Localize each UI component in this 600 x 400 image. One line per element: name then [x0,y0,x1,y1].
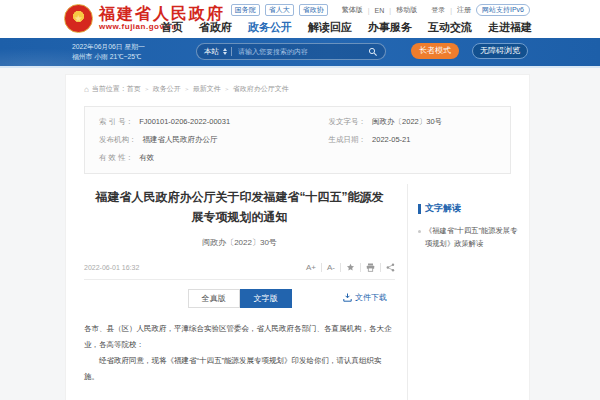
link-register[interactable]: 注册 [457,5,471,15]
site-header: ★ 福建省人民政府 www.fujian.gov.cn 国务院 省人大 省政协 … [0,0,600,38]
blue-bar-mark [418,204,421,214]
date-weather: 2022年06月06日 星期一 福州市 小雨 21℃~25℃ [72,42,145,64]
home-icon: ⌂ [84,85,89,94]
top-blue-bar: 2022年06月06日 星期一 福州市 小雨 21℃~25℃ 本站 长者模式 无… [0,38,600,66]
document-meta-table: 索 引 号：FJ00101-0206-2022-00031 发文字号：闽政办〔2… [84,106,511,174]
bullet-dot-icon [418,230,421,233]
link-provincial-congress[interactable]: 省人大 [265,4,294,16]
current-date: 2022年06月06日 星期一 [72,42,145,53]
breadcrumb-latest-docs[interactable]: 最新文件 [181,84,221,94]
nav-home[interactable]: 首页 [161,20,183,35]
font-larger-button[interactable]: A+ [301,263,322,272]
link-provincial-cppcc[interactable]: 省政协 [299,4,328,16]
breadcrumb-office-docs[interactable]: 省政府办公厅文件 [221,84,289,94]
link-state-council[interactable]: 国务院 [231,4,260,16]
breadcrumb-prefix: 当前位置： [92,84,127,94]
search-input[interactable] [236,47,364,56]
search-box[interactable]: 本站 [196,43,386,60]
interpretation-link[interactable]: 《福建省“十四五”能源发展专项规划》政策解读 [418,225,521,251]
accessibility-button[interactable]: 无障碍浏览 [472,43,528,59]
favorite-icon[interactable] [341,263,361,272]
breadcrumb-disclosure[interactable]: 政务公开 [141,84,181,94]
tab-text-version[interactable]: 文字版 [240,289,292,308]
link-traditional-chinese[interactable]: 繁体版 [342,5,363,15]
link-english[interactable]: EN [375,7,385,14]
nav-provincial-gov[interactable]: 省政府 [199,20,232,35]
breadcrumb-home[interactable]: 首页 [127,84,141,94]
paragraph: 各市、县（区）人民政府，平潭综合实验区管委会，省人民政府各部门、各直属机构，各大… [84,321,395,353]
content-card: ⌂ 当前位置： 首页 政务公开 最新文件 省政府办公厅文件 索 引 号：FJ00… [65,74,530,400]
meta-issue-date: 生成日期：2022-05-21 [329,135,496,145]
weather-info: 福州市 小雨 21℃~25℃ [72,52,145,63]
article-toolbar: 2022-06-01 16:32 A+ A- [84,263,395,280]
header-utility-links: 国务院 省人大 省政协 繁体版 | EN | 移动版 登录 | 注册 网站支持I… [231,4,530,16]
nav-interaction[interactable]: 互动交流 [428,20,472,35]
publish-time: 2022-06-01 16:32 [84,264,139,271]
sidebar-header: 文字解读 [418,202,521,215]
link-mobile[interactable]: 移动版 [396,5,417,15]
interpretation-sidebar: 文字解读 《福建省“十四五”能源发展专项规划》政策解读 [407,184,529,400]
nav-services[interactable]: 办事服务 [368,20,412,35]
tab-full-version[interactable]: 全真版 [188,289,240,308]
main-nav: 首页 省政府 政务公开 解读回应 办事服务 互动交流 走进福建 [161,20,532,35]
header-divider [0,66,600,68]
link-login[interactable]: 登录 [431,5,445,15]
search-scope-select[interactable]: 本站 [204,47,219,57]
chevron-updown-icon [223,48,227,55]
print-icon[interactable] [361,263,381,272]
paragraph: 经省政府同意，现将《福建省“十四五”能源发展专项规划》印发给你们，请认真组织实施… [84,353,395,385]
sidebar-title: 文字解读 [425,202,461,215]
file-download-link[interactable]: 文件下载 [343,292,387,303]
meta-index-number: 索 引 号：FJ00101-0206-2022-00031 [99,117,317,127]
national-emblem-icon: ★ [64,4,93,33]
share-icon[interactable] [381,263,395,272]
font-smaller-button[interactable]: A- [322,263,341,272]
version-tabs: 全真版 文字版 文件下载 [84,289,395,308]
meta-validity: 有 效 性：有效 [99,153,317,163]
meta-doc-number: 发文字号：闽政办〔2022〕30号 [329,117,496,127]
doc-number: 闽政办〔2022〕30号 [84,237,395,248]
elder-mode-button[interactable]: 长者模式 [411,43,459,59]
nav-interpretation[interactable]: 解读回应 [308,20,352,35]
breadcrumb: ⌂ 当前位置： 首页 政务公开 最新文件 省政府办公厅文件 [66,75,529,98]
download-icon [343,293,352,302]
article-body: 各市、县（区）人民政府，平潭综合实验区管委会，省人民政府各部门、各直属机构，各大… [84,321,395,386]
nav-gov-affairs-disclosure[interactable]: 政务公开 [248,20,292,35]
meta-issuing-agency: 发布机构：福建省人民政府办公厅 [99,135,317,145]
page-title: 福建省人民政府办公厅关于印发福建省“十四五”能源发展专项规划的通知 [90,188,389,228]
search-icon[interactable] [368,43,378,61]
nav-about-fujian[interactable]: 走进福建 [488,20,532,35]
ipv6-badge: 网站支持IPv6 [476,4,530,16]
article-main: 福建省人民政府办公厅关于印发福建省“十四五”能源发展专项规划的通知 闽政办〔20… [66,184,407,400]
